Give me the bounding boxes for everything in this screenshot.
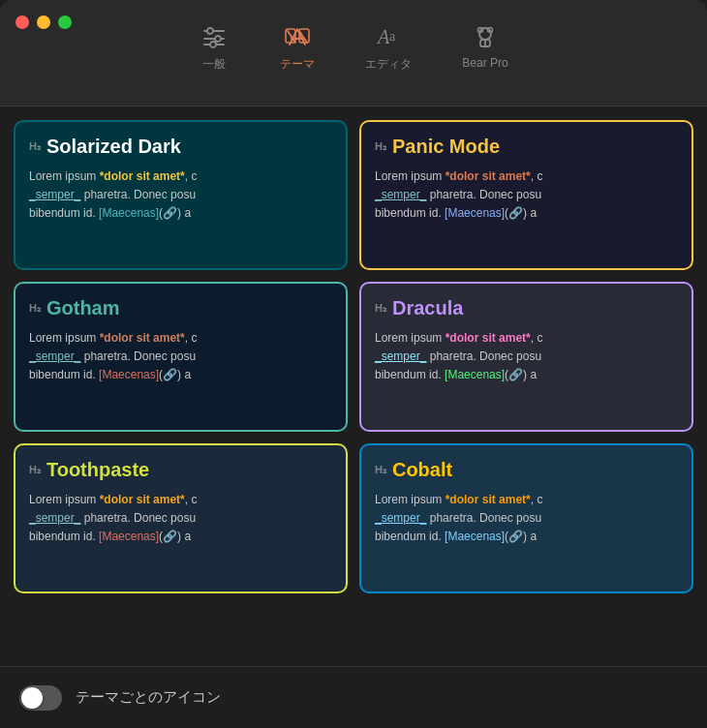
link-text: [Maecenas] (99, 206, 159, 220)
tab-themes-label: テーマ (280, 56, 315, 73)
theme-body: Lorem ipsum *dolor sit amet*, c _semper_… (375, 167, 678, 224)
theme-title: Cobalt (392, 459, 452, 481)
theme-title: Gotham (46, 297, 120, 319)
themes-content: H₂ Solarized Dark Lorem ipsum *dolor sit… (0, 106, 707, 666)
theme-heading: H₂ Cobalt (375, 459, 678, 481)
bold-text: *dolor sit amet* (100, 331, 185, 345)
theme-heading: H₂ Panic Mode (375, 136, 678, 158)
traffic-lights (15, 15, 72, 29)
theme-card-dracula[interactable]: H₂ Dracula Lorem ipsum *dolor sit amet*,… (359, 282, 693, 432)
theme-heading: H₂ Solarized Dark (29, 136, 332, 158)
svg-text:A: A (376, 26, 390, 47)
underline-text: _semper_ (375, 349, 426, 363)
theme-card-solarized-dark[interactable]: H₂ Solarized Dark Lorem ipsum *dolor sit… (14, 120, 348, 270)
theme-body: Lorem ipsum *dolor sit amet*, c _semper_… (29, 491, 332, 547)
toggle-label: テーマごとのアイコン (76, 688, 221, 707)
theme-icon-toggle[interactable] (19, 685, 62, 711)
tab-general-label: 一般 (202, 56, 226, 73)
h2-badge: H₂ (29, 302, 41, 315)
tab-bearpro[interactable]: Bear Pro (454, 17, 515, 76)
h2-badge: H₂ (375, 464, 386, 476)
close-button[interactable] (15, 15, 29, 29)
svg-point-1 (207, 28, 213, 34)
bold-text: *dolor sit amet* (446, 331, 531, 345)
theme-card-gotham[interactable]: H₂ Gotham Lorem ipsum *dolor sit amet*, … (14, 282, 348, 432)
h2-badge: H₂ (375, 302, 386, 315)
theme-heading: H₂ Gotham (29, 297, 332, 319)
link-text: [Maecenas] (99, 368, 159, 381)
svg-point-10 (479, 28, 491, 40)
h2-badge: H₂ (29, 140, 41, 153)
bold-text: *dolor sit amet* (100, 493, 185, 506)
theme-body: Lorem ipsum *dolor sit amet*, c _semper_… (375, 329, 678, 385)
tab-themes[interactable]: テーマ (272, 17, 323, 76)
tab-bar: 一般 テーマ A a (191, 17, 515, 76)
themes-grid: H₂ Solarized Dark Lorem ipsum *dolor sit… (14, 120, 693, 593)
link-text: [Maecenas] (99, 530, 159, 543)
h2-badge: H₂ (29, 464, 41, 476)
underline-text: _semper_ (29, 511, 80, 525)
theme-heading: H₂ Dracula (375, 297, 678, 319)
svg-text:a: a (389, 29, 396, 44)
maximize-button[interactable] (58, 15, 72, 29)
bottom-bar: テーマごとのアイコン (0, 666, 707, 728)
editor-icon: A a (373, 21, 404, 52)
link-text: [Maecenas] (445, 206, 505, 220)
theme-body: Lorem ipsum *dolor sit amet*, c _semper_… (29, 167, 332, 224)
tab-general[interactable]: 一般 (191, 17, 237, 76)
svg-point-3 (215, 36, 221, 42)
toggle-knob (21, 687, 43, 709)
link-text: [Maecenas] (445, 530, 505, 543)
svg-point-5 (210, 42, 216, 47)
h2-badge: H₂ (375, 140, 386, 153)
theme-title: Panic Mode (392, 136, 500, 158)
tab-editor[interactable]: A a エディタ (357, 17, 419, 76)
theme-title: Dracula (392, 297, 463, 319)
minimize-button[interactable] (37, 15, 50, 29)
themes-icon (282, 21, 313, 52)
bearpro-icon (470, 21, 501, 52)
link-text: [Maecenas] (445, 368, 505, 381)
theme-body: Lorem ipsum *dolor sit amet*, c _semper_… (29, 329, 332, 385)
bold-text: *dolor sit amet* (100, 169, 185, 183)
theme-card-cobalt[interactable]: H₂ Cobalt Lorem ipsum *dolor sit amet*, … (359, 443, 693, 593)
bold-text: *dolor sit amet* (446, 493, 531, 506)
titlebar: 一般 テーマ A a (0, 0, 707, 106)
tab-bearpro-label: Bear Pro (462, 56, 507, 70)
theme-title: Solarized Dark (46, 136, 181, 158)
theme-card-panic-mode[interactable]: H₂ Panic Mode Lorem ipsum *dolor sit ame… (359, 120, 693, 270)
sliders-icon (199, 21, 230, 52)
underline-text: _semper_ (29, 188, 80, 201)
underline-text: _semper_ (375, 188, 426, 201)
bold-text: *dolor sit amet* (446, 169, 531, 183)
tab-editor-label: エディタ (365, 56, 412, 73)
underline-text: _semper_ (375, 511, 426, 525)
theme-body: Lorem ipsum *dolor sit amet*, c _semper_… (375, 491, 678, 547)
theme-title: Toothpaste (46, 459, 149, 481)
theme-card-toothpaste[interactable]: H₂ Toothpaste Lorem ipsum *dolor sit ame… (14, 443, 348, 593)
underline-text: _semper_ (29, 349, 80, 363)
theme-heading: H₂ Toothpaste (29, 459, 332, 481)
